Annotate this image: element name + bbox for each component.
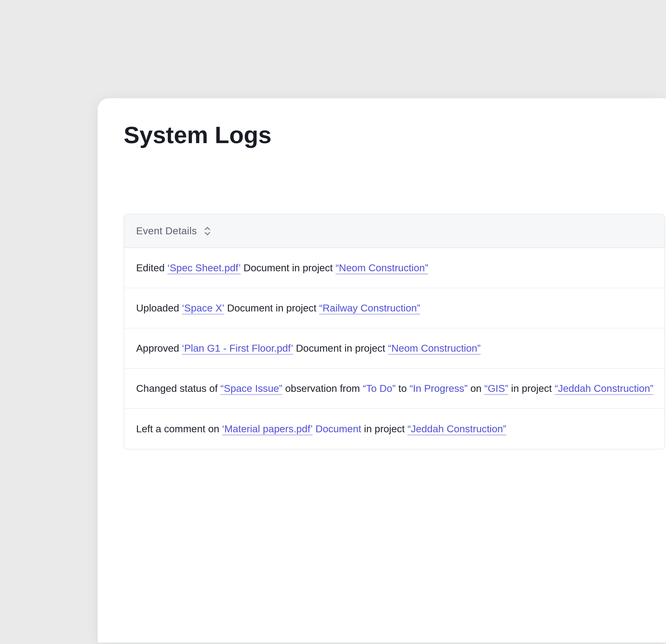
event-text: [313, 423, 315, 435]
table-row: Edited ‘Spec Sheet.pdf’ Document in proj…: [124, 248, 665, 288]
event-text: Document in project: [224, 302, 319, 314]
event-text: to: [396, 383, 410, 394]
event-link[interactable]: ‘Plan G1 - First Floor.pdf’: [182, 343, 293, 354]
log-table-body: Edited ‘Spec Sheet.pdf’ Document in proj…: [124, 248, 665, 449]
sort-chevrons-icon[interactable]: [204, 226, 211, 236]
system-logs-panel: System Logs Event Details Edited ‘Spec S…: [98, 98, 666, 643]
event-text: Approved: [136, 343, 182, 354]
event-text: observation from: [282, 383, 363, 394]
table-row: Changed status of “Space Issue” observat…: [124, 369, 665, 409]
column-header-label: Event Details: [136, 225, 197, 237]
event-text: on: [468, 383, 484, 394]
event-accent-text: “To Do”: [363, 383, 396, 394]
event-link[interactable]: “Railway Construction”: [319, 302, 420, 314]
event-accent-text: “In Progress”: [410, 383, 468, 394]
event-text: in project: [508, 383, 555, 394]
event-accent-text: Document: [315, 423, 361, 435]
page-title: System Logs: [124, 122, 271, 148]
table-row: Uploaded ‘Space X’ Document in project “…: [124, 288, 665, 328]
event-link[interactable]: ‘Spec Sheet.pdf’: [168, 262, 241, 274]
event-text: Changed status of: [136, 383, 221, 394]
event-text: in project: [361, 423, 407, 435]
event-text: Document in project: [293, 343, 388, 354]
table-row: Left a comment on ‘Material papers.pdf’ …: [124, 409, 665, 449]
event-link[interactable]: “GIS”: [484, 383, 508, 394]
event-link[interactable]: “Neom Construction”: [388, 343, 480, 354]
event-link[interactable]: “Neom Construction”: [335, 262, 428, 274]
event-text: Document in project: [241, 262, 335, 274]
table-row: Approved ‘Plan G1 - First Floor.pdf’ Doc…: [124, 328, 665, 369]
app-background: System Logs Event Details Edited ‘Spec S…: [0, 0, 666, 644]
event-text: Edited: [136, 262, 168, 274]
event-link[interactable]: ‘Space X’: [182, 302, 224, 314]
event-link[interactable]: “Jeddah Construction”: [555, 383, 653, 394]
column-header-event-details[interactable]: Event Details: [124, 215, 665, 248]
event-text: Left a comment on: [136, 423, 222, 435]
event-link[interactable]: “Space Issue”: [221, 383, 282, 394]
event-text: Uploaded: [136, 302, 182, 314]
event-link[interactable]: “Jeddah Construction”: [407, 423, 506, 435]
event-link[interactable]: ‘Material papers.pdf’: [222, 423, 313, 435]
system-logs-table: Event Details Edited ‘Spec Sheet.pdf’ Do…: [124, 214, 665, 450]
